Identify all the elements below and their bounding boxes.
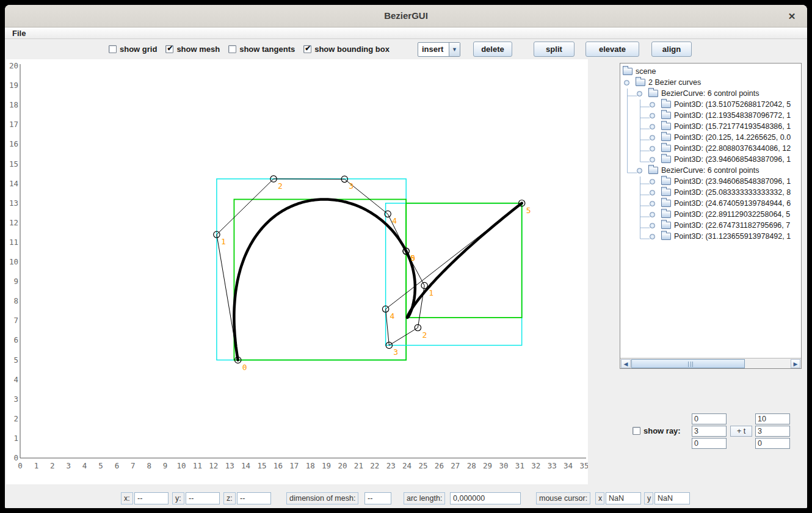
tree-row[interactable]: Point3D: (15.721774193548386, 1	[620, 121, 801, 132]
scroll-left-icon[interactable]: ◀	[621, 359, 631, 368]
tree-row[interactable]: Point3D: (22.674731182795696, 7	[620, 220, 801, 231]
tree-collapsed-handle-icon[interactable]	[650, 212, 655, 217]
cursor-x-field[interactable]	[606, 492, 641, 504]
tree-node-label: Point3D: (22.674731182795696, 7	[674, 221, 790, 230]
tree-collapsed-handle-icon[interactable]	[650, 102, 655, 107]
tree-row[interactable]: Point3D: (24.674059139784944, 6	[620, 198, 801, 209]
tree-collapsed-handle-icon[interactable]	[650, 146, 655, 151]
tree-collapsed-handle-icon[interactable]	[650, 157, 655, 162]
x-axis-tick-label: 34	[564, 461, 573, 470]
x-axis-tick-label: 11	[193, 461, 202, 470]
tree-horizontal-scrollbar[interactable]: ◀ ▶	[620, 358, 801, 368]
tree-row[interactable]: Point3D: (13.510752688172042, 5	[620, 99, 801, 110]
ray-direction-x-field[interactable]	[755, 413, 790, 424]
folder-icon	[648, 90, 658, 97]
folder-icon	[661, 222, 671, 229]
bezier-curve-0[interactable]	[234, 199, 406, 360]
scroll-right-icon[interactable]: ▶	[791, 359, 800, 368]
tree-row[interactable]: BezierCurve: 6 control points	[620, 88, 801, 99]
x-axis-tick-label: 3	[66, 461, 71, 470]
tree-collapsed-handle-icon[interactable]	[650, 223, 655, 228]
tree-row[interactable]: Point3D: (23.946068548387096, 1	[620, 154, 801, 165]
x-axis-tick-label: 5	[98, 461, 103, 470]
title-bar[interactable]: BezierGUI ✕	[5, 5, 807, 27]
folder-icon	[661, 200, 671, 207]
control-polygon-0	[217, 179, 406, 360]
tree-collapsed-handle-icon[interactable]	[650, 179, 655, 184]
ray-origin-y-field[interactable]	[692, 426, 727, 437]
y-coord-field[interactable]	[186, 492, 220, 504]
scene-tree: scene2 Bezier curvesBezierCurve: 6 contr…	[620, 64, 801, 357]
ray-origin-z-field[interactable]	[692, 438, 727, 449]
bezier-canvas[interactable]: 0123456789101112131415161718192021222324…	[6, 59, 588, 484]
checked-checkbox-icon[interactable]	[303, 45, 311, 53]
x-axis-tick-label: 35	[579, 461, 588, 470]
tree-expanded-handle-icon[interactable]	[637, 91, 642, 96]
checkbox-item-show-grid[interactable]: show grid	[109, 45, 157, 54]
chevron-down-icon[interactable]: ▼	[449, 43, 460, 56]
x-axis-tick-label: 16	[274, 461, 283, 470]
y-axis-tick-label: 20	[9, 61, 18, 70]
tree-row[interactable]: BezierCurve: 6 control points	[620, 165, 801, 176]
x-coord-field[interactable]	[134, 492, 169, 504]
split-button[interactable]: split	[534, 42, 575, 57]
menu-file[interactable]: File	[5, 27, 31, 38]
y-axis-tick-label: 10	[9, 257, 18, 266]
checked-checkbox-icon[interactable]	[165, 45, 173, 53]
align-button[interactable]: align	[651, 42, 692, 57]
insert-combobox[interactable]: insert ▼	[418, 42, 460, 57]
y-axis-tick-label: 11	[9, 238, 18, 247]
tree-row[interactable]: Point3D: (12.193548387096772, 1	[620, 110, 801, 121]
tree-row[interactable]: Point3D: (23.946068548387096, 1	[620, 176, 801, 187]
show-ray-label: show ray:	[643, 426, 681, 435]
ray-direction-z-field[interactable]	[755, 438, 790, 449]
y-axis-tick-label: 1	[13, 434, 18, 443]
elevate-button[interactable]: elevate	[585, 42, 639, 57]
checkbox-label: show grid	[120, 45, 157, 54]
tree-expanded-handle-icon[interactable]	[637, 168, 642, 173]
tree-row[interactable]: Point3D: (25.083333333333332, 8	[620, 187, 801, 198]
tree-expanded-handle-icon[interactable]	[624, 80, 629, 86]
tree-collapsed-handle-icon[interactable]	[650, 124, 655, 129]
control-point-label: 0	[242, 363, 247, 372]
tree-node-label: Point3D: (13.510752688172042, 5	[674, 100, 791, 109]
tree-row[interactable]: Point3D: (20.125, 14.2265625, 0.0	[620, 132, 801, 143]
ray-origin-x-field[interactable]	[692, 413, 727, 424]
folder-icon	[661, 211, 671, 218]
tree-row[interactable]: Point3D: (22.80880376344086, 12	[620, 143, 801, 154]
x-axis-tick-label: 23	[386, 461, 396, 470]
checkbox-item-show-bounding-box[interactable]: show bounding box	[303, 45, 390, 54]
tree-collapsed-handle-icon[interactable]	[650, 201, 655, 206]
tree-node-label: Point3D: (12.193548387096772, 1	[674, 111, 791, 120]
y-axis-tick-label: 16	[9, 139, 18, 148]
bezier-curve-1[interactable]	[406, 203, 522, 318]
curve-bbox-0	[234, 199, 406, 360]
ray-direction-y-field[interactable]	[755, 426, 790, 437]
tree-node-label: Point3D: (22.80880376344086, 12	[674, 144, 791, 153]
scrollbar-thumb[interactable]	[631, 359, 745, 368]
tree-row[interactable]: Point3D: (22.891129032258064, 5	[620, 209, 801, 220]
folder-icon	[661, 123, 671, 130]
tree-row[interactable]: scene	[620, 66, 801, 77]
y-axis-tick-label: 15	[9, 159, 18, 169]
arc-length-field[interactable]	[450, 492, 521, 504]
cursor-y-field[interactable]	[654, 492, 690, 504]
unchecked-checkbox-icon[interactable]	[228, 45, 236, 53]
checkbox-item-show-mesh[interactable]: show mesh	[165, 45, 220, 54]
y-axis-tick-label: 6	[13, 335, 18, 344]
tree-collapsed-handle-icon[interactable]	[650, 113, 655, 118]
close-icon[interactable]: ✕	[785, 10, 799, 23]
tree-collapsed-handle-icon[interactable]	[650, 190, 655, 195]
checkbox-item-show-tangents[interactable]: show tangents	[228, 45, 295, 54]
tree-collapsed-handle-icon[interactable]	[650, 135, 655, 140]
unchecked-checkbox-icon[interactable]	[109, 45, 117, 53]
show-ray-checkbox[interactable]	[633, 427, 640, 435]
tree-row[interactable]: 2 Bezier curves	[620, 77, 801, 88]
y-axis-tick-label: 5	[13, 355, 18, 365]
tree-collapsed-handle-icon[interactable]	[650, 234, 655, 239]
delete-button[interactable]: delete	[473, 42, 512, 57]
mesh-dimension-field[interactable]	[364, 492, 391, 504]
x-axis-tick-label: 29	[483, 461, 492, 470]
z-coord-field[interactable]	[237, 492, 271, 504]
tree-row[interactable]: Point3D: (31.123655913978492, 1	[620, 231, 801, 242]
